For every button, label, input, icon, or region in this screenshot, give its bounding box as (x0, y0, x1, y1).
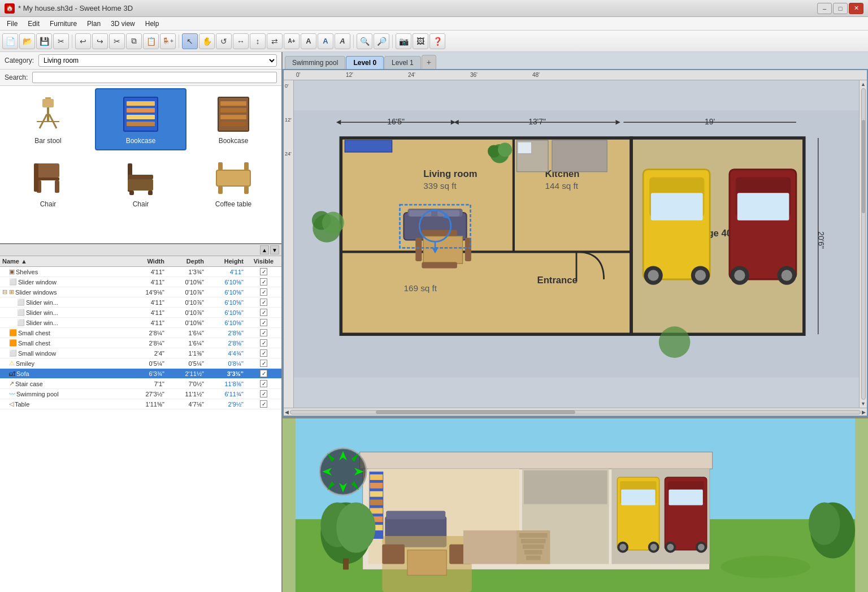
furniture-item-bookcase-selected[interactable]: Bookcase (95, 88, 186, 150)
save-button[interactable]: 💾 (36, 33, 52, 49)
visibility-checkbox[interactable] (260, 390, 267, 397)
add-furniture-button[interactable]: 🪑+ (160, 33, 176, 49)
grid-scroll-down[interactable]: ▼ (270, 245, 279, 254)
col-width-header[interactable]: Width (129, 258, 169, 265)
cut-button[interactable]: ✂ (53, 33, 69, 49)
list-row[interactable]: ◁ Table 1'11⅝" 4'7⅛" 2'9½" (0, 399, 281, 409)
list-row[interactable]: ⬜ Slider win... 4'11" 0'10⅞" 6'10⅝" (0, 297, 281, 308)
close-button[interactable]: ✕ (849, 3, 863, 14)
list-cell-visible[interactable] (248, 400, 279, 408)
maximize-button[interactable]: □ (833, 3, 848, 14)
list-cell-visible[interactable] (248, 329, 279, 336)
list-row[interactable]: ⬜ Slider win... 4'11" 0'10⅝" 6'10⅝" (0, 318, 281, 328)
camera-button[interactable]: 📷 (396, 33, 411, 49)
list-cell-visible[interactable] (248, 380, 279, 387)
furniture-item-chair1[interactable]: Chair (2, 152, 94, 214)
tab-add[interactable]: + (422, 55, 436, 69)
menu-file[interactable]: File (2, 19, 22, 29)
pan-button[interactable]: ✋ (199, 33, 215, 49)
menu-furniture[interactable]: Furniture (45, 19, 81, 29)
font3-button[interactable]: A (318, 33, 333, 49)
list-row[interactable]: ⬜ Small window 2'4" 1'1⅜" 4'4¾" (0, 348, 281, 358)
furniture-name-bar-stool: Bar stool (34, 137, 61, 145)
redo-button[interactable]: ↪ (92, 33, 108, 49)
paste-button[interactable]: 📋 (143, 33, 159, 49)
list-row[interactable]: 🟧 Small chest 2'8¼" 1'6¼" 2'8⅝" (0, 338, 281, 348)
furniture-item-chair2[interactable]: Chair (95, 152, 186, 214)
list-row[interactable]: ⬜ Slider win... 4'11" 0'10⅞" 6'10⅝" (0, 308, 281, 318)
menu-help[interactable]: Help (141, 19, 164, 29)
visibility-checkbox[interactable] (260, 268, 267, 275)
flip-h-button[interactable]: ↔ (233, 33, 249, 49)
visibility-checkbox[interactable] (260, 370, 267, 377)
font2-button[interactable]: A (301, 33, 316, 49)
list-cell-visible[interactable] (248, 299, 279, 306)
tab-swimming-pool[interactable]: Swimming pool (285, 56, 345, 69)
open-button[interactable]: 📂 (19, 33, 35, 49)
plan-hscrollbar[interactable]: ◀ ▶ (284, 408, 867, 416)
visibility-checkbox[interactable] (260, 319, 267, 326)
list-cell-visible[interactable] (248, 370, 279, 377)
cut2-button[interactable]: ✂ (109, 33, 125, 49)
list-cell-visible[interactable] (248, 278, 279, 286)
col-depth-header[interactable]: Depth (169, 258, 209, 265)
list-cell-visible[interactable] (248, 268, 279, 275)
list-cell-visible[interactable] (248, 319, 279, 326)
minimize-button[interactable]: – (817, 3, 832, 14)
list-row[interactable]: ▣ Shelves 4'11" 1'3¾" 4'11" (0, 267, 281, 277)
list-cell-visible[interactable] (248, 309, 279, 316)
flip-v-button[interactable]: ↕ (250, 33, 266, 49)
zoom-out-button[interactable]: 🔎 (374, 33, 389, 49)
visibility-checkbox[interactable] (260, 329, 267, 336)
col-height-header[interactable]: Height (209, 258, 248, 265)
visibility-checkbox[interactable] (260, 309, 267, 316)
search-input[interactable] (32, 72, 277, 83)
copy-button[interactable]: ⧉ (126, 33, 142, 49)
list-cell-visible[interactable] (248, 339, 279, 347)
list-row[interactable]: 〰 Swimming pool 27'3½" 11'1½" 6'11¾" (0, 389, 281, 399)
undo-button[interactable]: ↩ (75, 33, 91, 49)
visibility-checkbox[interactable] (260, 278, 267, 286)
plan-inner[interactable]: 16'5" 13'7" 19' N (294, 80, 859, 408)
select-button[interactable]: ↖ (182, 33, 198, 49)
col-name-header[interactable]: Name ▲ (2, 258, 129, 265)
list-row[interactable]: 🛋 Sofa 6'3¾" 2'11½" 3'3⅜" (0, 369, 281, 379)
grid-scroll-up[interactable]: ▲ (260, 245, 269, 254)
visibility-checkbox[interactable] (260, 380, 267, 387)
list-cell-visible[interactable] (248, 390, 279, 397)
list-row[interactable]: 🟧 Small chest 2'8¼" 1'6¼" 2'8⅝" (0, 328, 281, 338)
menu-3dview[interactable]: 3D view (106, 19, 140, 29)
visibility-checkbox[interactable] (260, 349, 267, 357)
list-cell-visible[interactable] (248, 288, 279, 296)
visibility-checkbox[interactable] (260, 360, 267, 367)
help-button[interactable]: ❓ (429, 33, 445, 49)
menu-edit[interactable]: Edit (23, 19, 44, 29)
visibility-checkbox[interactable] (260, 288, 267, 296)
visibility-checkbox[interactable] (260, 299, 267, 306)
render-button[interactable]: 🖼 (413, 33, 428, 49)
list-row[interactable]: ↗ Stair case 7'1" 7'0½" 11'8⅜" (0, 379, 281, 389)
visibility-checkbox[interactable] (260, 400, 267, 408)
plan-vscrollbar[interactable]: ▲ ▼ (859, 80, 867, 408)
list-row[interactable]: ⊟ ⊞ Slider windows 14'9⅛" 0'10⅞" 6'10⅝" (0, 287, 281, 297)
visibility-checkbox[interactable] (260, 339, 267, 347)
category-select[interactable]: Living room Bedroom Kitchen Bathroom (38, 54, 277, 67)
font4-button[interactable]: A (335, 33, 350, 49)
mirror-button[interactable]: ⇄ (267, 33, 283, 49)
new-button[interactable]: 📄 (2, 33, 18, 49)
list-row[interactable]: ⚠ Smiley 0'5¼" 0'5¼" 0'8¼" (0, 358, 281, 369)
list-cell-visible[interactable] (248, 360, 279, 367)
tab-level-1[interactable]: Level 1 (384, 56, 421, 69)
rotate-button[interactable]: ↺ (216, 33, 232, 49)
furniture-item-coffee-table[interactable]: Coffee table (188, 152, 279, 214)
list-cell-visible[interactable] (248, 349, 279, 357)
tab-level-0[interactable]: Level 0 (346, 56, 384, 69)
furniture-item-bookcase[interactable]: Bookcase (188, 88, 279, 150)
zoom-in-button[interactable]: 🔍 (357, 33, 372, 49)
font-button[interactable]: A+ (284, 33, 300, 49)
title-bar-controls[interactable]: – □ ✕ (817, 3, 863, 14)
menu-plan[interactable]: Plan (83, 19, 105, 29)
furniture-item-bar-stool[interactable]: Bar stool (2, 88, 94, 150)
col-visible-header[interactable]: Visible (248, 258, 279, 265)
list-row[interactable]: ⬜ Slider window 4'11" 0'10⅝" 6'10⅝" (0, 277, 281, 287)
